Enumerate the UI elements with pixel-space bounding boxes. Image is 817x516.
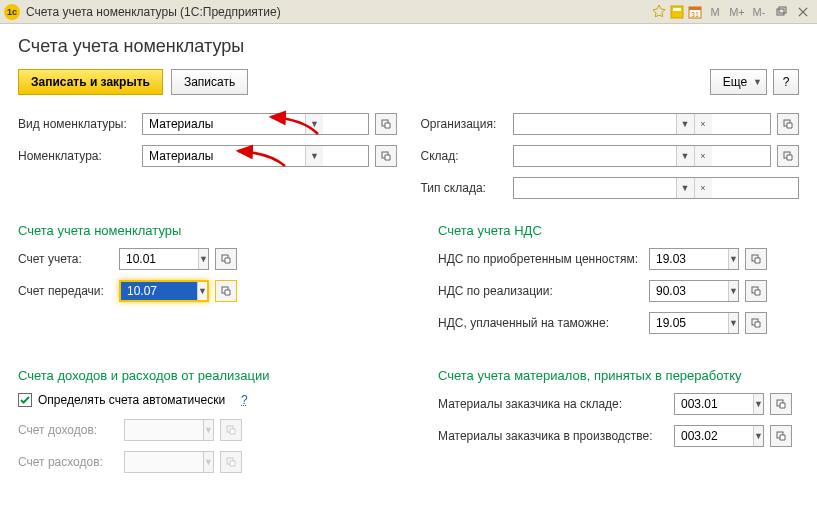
help-link[interactable]: ?	[241, 393, 248, 407]
open-icon[interactable]	[745, 312, 767, 334]
open-icon[interactable]	[777, 145, 799, 167]
vat-purchased-label: НДС по приобретенным ценностям:	[438, 252, 643, 266]
open-icon[interactable]	[777, 113, 799, 135]
transfer-account-input[interactable]	[121, 282, 197, 300]
open-icon	[220, 419, 242, 441]
materials-prod-input[interactable]	[675, 426, 753, 446]
svg-text:31: 31	[691, 11, 699, 18]
auto-label: Определять счета автоматически	[38, 393, 225, 407]
clear-icon[interactable]: ×	[694, 146, 712, 166]
titlebar: 1c Счета учета номенклатуры (1С:Предприя…	[0, 0, 817, 24]
caret-down-icon: ▼	[753, 77, 762, 87]
warehouse-type-label: Тип склада:	[421, 181, 507, 195]
income-account-label: Счет доходов:	[18, 423, 118, 437]
vat-customs-input[interactable]	[650, 313, 728, 333]
vat-customs-label: НДС, уплаченный на таможне:	[438, 316, 643, 330]
toolbar: Записать и закрыть Записать Еще ▼ ?	[18, 69, 799, 95]
open-icon[interactable]	[375, 113, 397, 135]
warehouse-input[interactable]	[514, 146, 676, 166]
calc-icon[interactable]	[669, 4, 685, 20]
help-button[interactable]: ?	[773, 69, 799, 95]
open-icon[interactable]	[745, 248, 767, 270]
dropdown-icon[interactable]: ▼	[198, 249, 208, 269]
open-icon[interactable]	[375, 145, 397, 167]
expense-account-input	[125, 452, 203, 472]
dropdown-icon[interactable]: ▼	[676, 178, 694, 198]
income-account-input	[125, 420, 203, 440]
star-icon[interactable]	[651, 4, 667, 20]
dropdown-icon[interactable]: ▼	[728, 313, 738, 333]
dropdown-icon[interactable]: ▼	[676, 146, 694, 166]
open-icon[interactable]	[745, 280, 767, 302]
warehouse-label: Склад:	[421, 149, 507, 163]
dropdown-icon[interactable]: ▼	[728, 249, 738, 269]
open-icon[interactable]	[215, 280, 237, 302]
m-btn[interactable]: M	[705, 3, 725, 21]
account-label: Счет учета:	[18, 252, 113, 266]
nomenclature-type-input[interactable]	[143, 114, 305, 134]
svg-rect-5	[777, 9, 784, 15]
transfer-account-label: Счет передачи:	[18, 284, 113, 298]
dropdown-icon[interactable]: ▼	[753, 394, 763, 414]
dropdown-icon: ▼	[203, 420, 213, 440]
warehouse-type-input[interactable]	[514, 178, 676, 198]
dropdown-icon[interactable]: ▼	[305, 146, 323, 166]
m-minus-btn[interactable]: M-	[749, 3, 769, 21]
m-plus-btn[interactable]: M+	[727, 3, 747, 21]
window-title: Счета учета номенклатуры (1С:Предприятие…	[26, 5, 651, 19]
organization-label: Организация:	[421, 117, 507, 131]
more-button[interactable]: Еще ▼	[710, 69, 767, 95]
page-title: Счета учета номенклатуры	[18, 36, 799, 57]
dropdown-icon[interactable]: ▼	[197, 282, 207, 300]
open-icon	[220, 451, 242, 473]
vat-purchased-input[interactable]	[650, 249, 728, 269]
vat-section-title: Счета учета НДС	[438, 223, 799, 238]
svg-rect-6	[779, 7, 786, 13]
dropdown-icon[interactable]: ▼	[305, 114, 323, 134]
clear-icon[interactable]: ×	[694, 114, 712, 134]
open-icon[interactable]	[770, 393, 792, 415]
clear-icon[interactable]: ×	[694, 178, 712, 198]
svg-rect-1	[673, 8, 681, 11]
dropdown-icon[interactable]: ▼	[676, 114, 694, 134]
materials-stock-label: Материалы заказчика на складе:	[438, 397, 668, 411]
save-close-button[interactable]: Записать и закрыть	[18, 69, 163, 95]
close-icon[interactable]	[793, 3, 813, 21]
materials-stock-input[interactable]	[675, 394, 753, 414]
save-button[interactable]: Записать	[171, 69, 248, 95]
nomenclature-type-label: Вид номенклатуры:	[18, 117, 136, 131]
nomenclature-label: Номенклатура:	[18, 149, 136, 163]
nomenclature-input[interactable]	[143, 146, 305, 166]
app-icon: 1c	[4, 4, 20, 20]
vat-sales-input[interactable]	[650, 281, 728, 301]
dropdown-icon[interactable]: ▼	[753, 426, 763, 446]
accounts-section-title: Счета учета номенклатуры	[18, 223, 398, 238]
account-input[interactable]	[120, 249, 198, 269]
calendar-icon[interactable]: 31	[687, 4, 703, 20]
open-icon[interactable]	[770, 425, 792, 447]
svg-rect-3	[689, 7, 701, 10]
open-icon[interactable]	[215, 248, 237, 270]
svg-rect-0	[671, 6, 683, 18]
organization-input[interactable]	[514, 114, 676, 134]
vat-sales-label: НДС по реализации:	[438, 284, 643, 298]
materials-section-title: Счета учета материалов, принятых в перер…	[438, 368, 799, 383]
expense-account-label: Счет расходов:	[18, 455, 118, 469]
dropdown-icon[interactable]: ▼	[728, 281, 738, 301]
income-section-title: Счета доходов и расходов от реализации	[18, 368, 398, 383]
restore-icon[interactable]	[771, 3, 791, 21]
materials-prod-label: Материалы заказчика в производстве:	[438, 429, 668, 443]
dropdown-icon: ▼	[203, 452, 213, 472]
more-label: Еще	[723, 75, 747, 89]
auto-checkbox[interactable]	[18, 393, 32, 407]
